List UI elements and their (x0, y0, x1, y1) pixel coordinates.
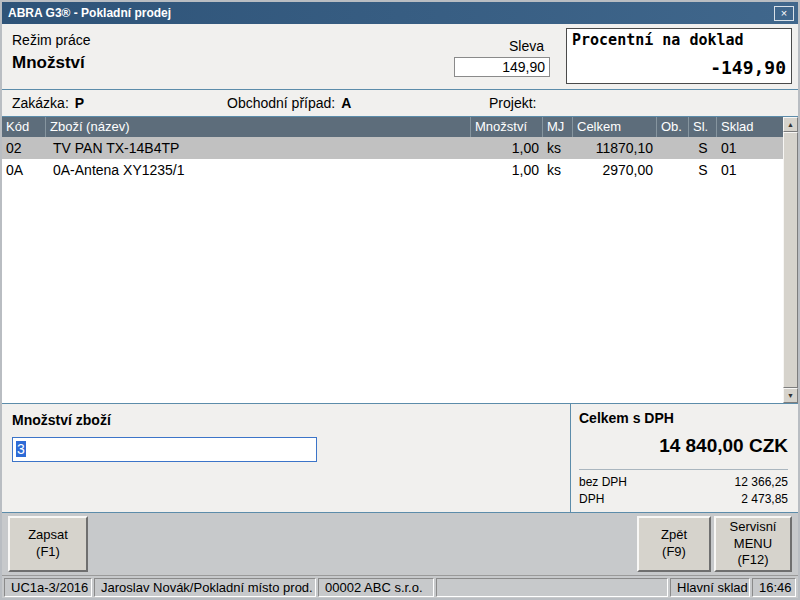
cell-ob (657, 159, 689, 181)
cell-celkem: 11870,10 (573, 137, 657, 159)
col-header-mnozstvi: Množství (471, 117, 543, 137)
button-bar: Zapsat (F1) Zpět (F9) Servisní MENU (F12… (2, 512, 798, 575)
items-table: Kód Zboží (název) Množství MJ Celkem Ob.… (2, 117, 798, 404)
total-with-vat: 14 840,00 CZK (579, 435, 788, 457)
work-mode-label: Režim práce (12, 32, 454, 48)
discount-amount: -149,90 (572, 57, 786, 78)
vat-value: 2 473,85 (741, 491, 788, 508)
col-header-ob: Ob. (657, 117, 689, 137)
close-button[interactable]: × (774, 6, 794, 21)
order-value: P (75, 95, 84, 111)
totals-panel: Celkem s DPH 14 840,00 CZK bez DPH 12 36… (570, 404, 798, 512)
col-header-sklad: Sklad (717, 117, 783, 137)
table-row[interactable]: 0A 0A-Antena XY1235/1 1,00 ks 2970,00 S … (2, 159, 783, 181)
business-case-label: Obchodní případ: (227, 95, 335, 111)
order-group: Zakázka: P (12, 95, 227, 111)
arrow-down-icon: ▼ (787, 392, 794, 399)
cell-nazev: TV PAN TX-14B4TP (46, 137, 471, 159)
cell-ob (657, 137, 689, 159)
totals-breakdown: bez DPH 12 366,25 DPH 2 473,85 (579, 469, 788, 508)
order-label: Zakázka: (12, 95, 69, 111)
status-warehouse: Hlavní sklad (670, 578, 750, 597)
status-company: 00002 ABC s.r.o. (318, 578, 434, 597)
quantity-entry: Množství zboží 3 (2, 404, 570, 512)
cell-mnozstvi: 1,00 (471, 159, 543, 181)
cell-kod: 0A (2, 159, 46, 181)
table-empty-area (2, 181, 783, 403)
discount-label: Sleva (454, 38, 550, 54)
save-button[interactable]: Zapsat (F1) (8, 516, 88, 572)
close-icon: × (781, 7, 787, 19)
total-without-vat-value: 12 366,25 (735, 474, 788, 491)
cell-sklad: 01 (717, 159, 783, 181)
cell-nazev: 0A-Antena XY1235/1 (46, 159, 471, 181)
header-section: Režim práce Množství Sleva 149,90 Procen… (2, 24, 798, 90)
discount-value-field[interactable]: 149,90 (454, 57, 550, 77)
col-header-mj: MJ (543, 117, 573, 137)
service-menu-button[interactable]: Servisní MENU (F12) (714, 516, 792, 572)
business-case-value: A (341, 95, 351, 111)
status-time: 16:46 (752, 578, 796, 597)
discount-type-text: Procentní na doklad (572, 31, 786, 49)
vat-label: DPH (579, 491, 604, 508)
vat-row: DPH 2 473,85 (579, 491, 788, 508)
status-document: UC1a-3/2016 (4, 578, 92, 597)
cell-mj: ks (543, 137, 573, 159)
discount-type-box: Procentní na doklad -149,90 (566, 28, 792, 84)
arrow-up-icon: ▲ (787, 121, 794, 128)
col-header-celkem: Celkem (573, 117, 657, 137)
window-title: ABRA G3® - Pokladní prodej (8, 6, 774, 20)
status-spacer (436, 578, 668, 597)
cell-sl: S (689, 137, 717, 159)
col-header-kod: Kód (2, 117, 46, 137)
total-without-vat-row: bez DPH 12 366,25 (579, 474, 788, 491)
totals-title: Celkem s DPH (579, 410, 788, 426)
entry-section: Množství zboží 3 Celkem s DPH 14 840,00 … (2, 404, 798, 512)
quantity-label: Množství zboží (12, 412, 560, 428)
app-window: ABRA G3® - Pokladní prodej × Režim práce… (0, 0, 800, 600)
table-header: Kód Zboží (název) Množství MJ Celkem Ob.… (2, 117, 783, 137)
cell-mj: ks (543, 159, 573, 181)
work-mode-value: Množství (12, 53, 454, 73)
project-label: Projekt: (489, 95, 536, 111)
back-button[interactable]: Zpět (F9) (637, 516, 711, 572)
col-header-sl: Sl. (689, 117, 717, 137)
cell-sl: S (689, 159, 717, 181)
cell-sklad: 01 (717, 137, 783, 159)
status-user: Jaroslav Novák/Pokladní místo prod. (94, 578, 316, 597)
titlebar[interactable]: ABRA G3® - Pokladní prodej × (2, 2, 798, 24)
cell-celkem: 2970,00 (573, 159, 657, 181)
col-header-nazev: Zboží (název) (46, 117, 471, 137)
status-bar: UC1a-3/2016 Jaroslav Novák/Pokladní míst… (2, 575, 798, 598)
discount-group: Sleva 149,90 (454, 28, 550, 77)
business-case-group: Obchodní případ: A (227, 95, 489, 111)
vertical-scrollbar[interactable]: ▲ ▼ (783, 117, 798, 403)
total-without-vat-label: bez DPH (579, 474, 627, 491)
project-group: Projekt: (489, 95, 542, 111)
cell-mnozstvi: 1,00 (471, 137, 543, 159)
cell-kod: 02 (2, 137, 46, 159)
scroll-up-button[interactable]: ▲ (783, 117, 798, 132)
scrollbar-thumb[interactable] (783, 132, 798, 388)
quantity-input-value: 3 (16, 441, 26, 457)
context-row: Zakázka: P Obchodní případ: A Projekt: (2, 90, 798, 117)
scroll-down-button[interactable]: ▼ (783, 388, 798, 403)
table-row[interactable]: 02 TV PAN TX-14B4TP 1,00 ks 11870,10 S 0… (2, 137, 783, 159)
quantity-input[interactable]: 3 (12, 437, 317, 462)
work-mode: Režim práce Množství (12, 28, 454, 73)
